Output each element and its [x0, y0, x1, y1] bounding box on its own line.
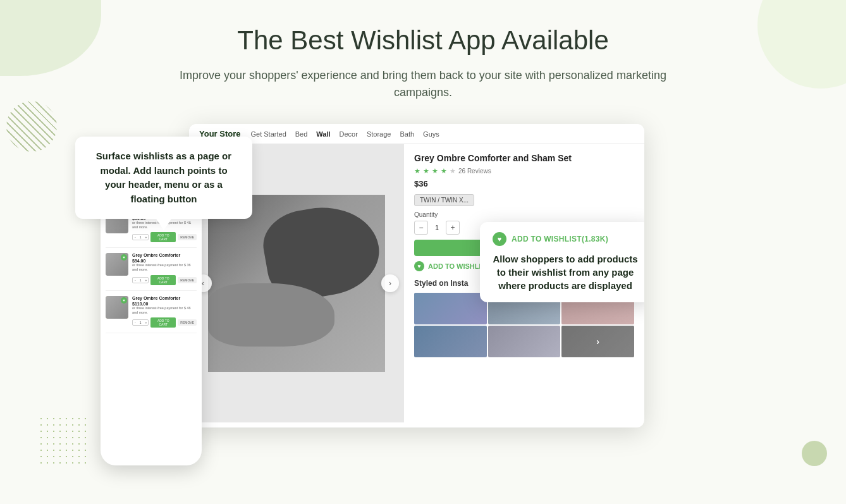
nav-get-started[interactable]: Get Started — [251, 130, 286, 138]
image-next-arrow[interactable]: › — [381, 274, 399, 292]
page-subtitle: Improve your shoppers' experience and br… — [176, 67, 670, 101]
nav-decor[interactable]: Decor — [340, 130, 358, 138]
product-stars: ★ ★ ★ ★ ★ 26 Reviews — [414, 167, 634, 175]
star-3: ★ — [432, 167, 438, 175]
phone-qty-box-3: - 1 + — [132, 319, 149, 326]
surface-tooltip-text: Surface wishlists as a page or modal. Ad… — [96, 151, 231, 204]
phone-qty-box-2: - 1 + — [132, 277, 149, 283]
phone-mockup: My Favorite 👤 ♥ Grey Ombre Comforter $94… — [101, 187, 202, 465]
star-2: ★ — [423, 167, 429, 175]
heart-icon-2[interactable]: ♥ — [121, 254, 127, 261]
nav-storage[interactable]: Storage — [367, 130, 391, 138]
phone-qty-val-2: 1 — [138, 278, 144, 283]
heart-icon-3[interactable]: ♥ — [121, 297, 127, 304]
product-variant: TWIN / TWIN X... — [414, 194, 474, 206]
review-count: 26 Reviews — [458, 168, 491, 175]
product-title: Grey Ombre Comforter and Sham Set — [414, 153, 634, 163]
phone-qty-box: - 1 + — [132, 234, 149, 240]
phone-add-to-cart-btn-2[interactable]: ADD TO CART — [150, 275, 176, 285]
phone-product-subtext-2: or three interest-free payment for $ 36 … — [132, 263, 197, 272]
phone-product-info-3: Grey Ombre Comforter $110.00 or three in… — [132, 296, 197, 328]
phone-product-info-2: Grey Ombre Comforter $94.00 or three int… — [132, 253, 197, 285]
insta-overlay: › — [561, 326, 634, 357]
phone-add-to-cart-btn[interactable]: ADD TO CART — [150, 232, 176, 242]
demo-container: Surface wishlists as a page or modal. Ad… — [75, 124, 771, 453]
phone-product-actions-3: - 1 + ADD TO CART REMOVE — [132, 317, 197, 328]
wishlist-tooltip-title: ADD TO WISHLIST(1.83K) — [512, 235, 608, 243]
star-5: ★ — [450, 167, 456, 175]
qty-increment-btn[interactable]: + — [446, 221, 460, 235]
insta-cell-4[interactable] — [414, 326, 487, 357]
wishlist-heart-icon: ♥ — [414, 261, 424, 271]
phone-remove-btn-2[interactable]: REMOVE — [178, 277, 197, 283]
phone-add-to-cart-btn-3[interactable]: ADD TO CART — [150, 317, 176, 328]
qty-value: 1 — [431, 224, 443, 231]
phone-product-item-3: ♥ Grey Ombre Comforter $110.00 or three … — [106, 296, 197, 333]
wishlist-tooltip-text: Allow shoppers to add products to their … — [493, 252, 638, 292]
phone-product-item: ♥ Grey Ombre Comforter $94.00 or three i… — [106, 253, 197, 290]
phone-product-name-2: Grey Ombre Comforter — [132, 253, 197, 257]
phone-product-subtext-3: or three interest-free payment for $ 46 … — [132, 306, 197, 315]
phone-qty-minus-2[interactable]: - — [133, 278, 138, 283]
nav-wall[interactable]: Wall — [316, 130, 330, 138]
star-4: ★ — [441, 167, 447, 175]
phone-product-actions-2: - 1 + ADD TO CART REMOVE — [132, 275, 197, 285]
browser-content: ‹ › Grey Ombre Comforter and Sham Set ★ … — [189, 144, 644, 422]
tooltip-arrow — [156, 219, 171, 230]
page-title: The Best Wishlist App Available — [237, 25, 609, 56]
phone-product-price-3: $110.00 — [132, 302, 197, 306]
qty-decrement-btn[interactable]: − — [414, 221, 428, 235]
phone-product-image-2: ♥ — [106, 253, 128, 276]
wishlist-tooltip-popup: ♥ ADD TO WISHLIST(1.83K) Allow shoppers … — [480, 222, 644, 302]
nav-guys[interactable]: Guys — [423, 130, 439, 138]
product-price: $36 — [414, 179, 634, 188]
star-1: ★ — [414, 167, 420, 175]
insta-arrow-icon: › — [596, 336, 599, 347]
phone-remove-btn-3[interactable]: REMOVE — [178, 319, 197, 326]
insta-cell-6[interactable]: › — [561, 326, 634, 357]
phone-qty-val: 1 — [138, 235, 144, 240]
phone-product-actions: - 1 + ADD TO CART REMOVE — [132, 232, 197, 242]
browser-mockup: Your Store Get Started Bed Wall Decor St… — [189, 124, 644, 427]
phone-qty-plus-2[interactable]: + — [143, 278, 149, 283]
qty-label: Quantity — [414, 211, 634, 218]
phone-product-price-2: $94.00 — [132, 259, 197, 263]
phone-qty-plus[interactable]: + — [143, 235, 149, 240]
phone-qty-minus[interactable]: - — [133, 235, 138, 240]
nav-bed[interactable]: Bed — [295, 130, 308, 138]
nav-bath[interactable]: Bath — [400, 130, 414, 138]
insta-cell-1[interactable] — [414, 293, 487, 324]
wishlist-tooltip-icon: ♥ — [493, 232, 506, 246]
phone-product-list: ♥ Grey Ombre Comforter $94.00 or three i… — [101, 207, 202, 337]
phone-product-name-3: Grey Ombre Comforter — [132, 296, 197, 300]
insta-cell-5[interactable] — [488, 326, 561, 357]
store-navigation: Your Store Get Started Bed Wall Decor St… — [189, 124, 644, 144]
surface-tooltip: Surface wishlists as a page or modal. Ad… — [75, 137, 252, 219]
wishlist-tooltip-header: ♥ ADD TO WISHLIST(1.83K) — [493, 232, 638, 246]
phone-qty-val-3: 1 — [138, 320, 144, 325]
phone-product-image-3: ♥ — [106, 296, 128, 319]
phone-qty-plus-3[interactable]: + — [143, 320, 149, 325]
phone-qty-minus-3[interactable]: - — [133, 320, 138, 325]
insta-grid: › — [414, 293, 634, 357]
nav-items: Get Started Bed Wall Decor Storage Bath … — [251, 130, 439, 138]
product-main-image — [208, 195, 385, 372]
phone-remove-btn[interactable]: REMOVE — [178, 234, 197, 240]
